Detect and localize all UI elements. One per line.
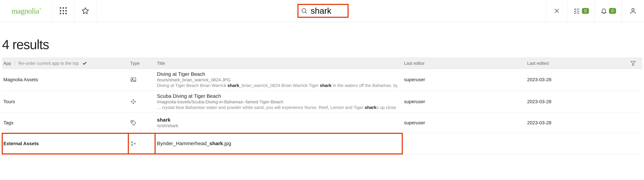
tag-icon	[130, 120, 136, 126]
svg-point-19	[132, 144, 133, 146]
app-cell: Tours	[2, 91, 129, 113]
result-path: /tours/shark_brian_warrick_0824.JPG	[157, 77, 401, 83]
result-row[interactable]: Tours Scuba Diving at Tiger Beach /magno…	[2, 91, 642, 113]
result-desc: Diving at Tiger Beach Brian Warrick shar…	[157, 83, 397, 88]
app-launcher-button[interactable]	[52, 0, 74, 22]
svg-marker-9	[631, 61, 635, 66]
col-header-edited[interactable]: Last edited	[526, 58, 629, 69]
reorder-label: Re-order current app to the top	[14, 61, 79, 66]
type-cell	[129, 91, 156, 113]
logo-cell: magnolia	[0, 0, 52, 22]
edited-cell	[526, 133, 629, 154]
user-icon	[629, 7, 637, 14]
top-bar: magnolia 0 0	[0, 0, 644, 22]
three-dots-icon	[130, 140, 136, 147]
tasks-button[interactable]: 0	[568, 0, 595, 22]
app-cell: Tags	[2, 113, 129, 133]
image-icon	[130, 76, 136, 83]
search-input[interactable]	[311, 6, 343, 16]
title-cell: shark /s/sh/shark	[156, 113, 402, 133]
logo[interactable]: magnolia	[12, 6, 41, 15]
bell-icon	[600, 7, 607, 14]
svg-point-8	[632, 8, 634, 11]
edited-cell: 2023-03-28	[526, 113, 629, 133]
col-header-title[interactable]: Title	[156, 58, 402, 69]
search-highlight-box	[298, 4, 348, 18]
type-cell	[129, 133, 156, 154]
result-title: shark	[157, 117, 401, 123]
tasks-icon	[574, 7, 580, 14]
svg-marker-15	[133, 103, 134, 104]
type-cell	[129, 113, 156, 133]
search-icon	[301, 7, 308, 14]
edited-cell: 2023-03-28	[526, 91, 629, 113]
svg-point-16	[132, 121, 133, 122]
tasks-count: 0	[582, 8, 589, 14]
svg-marker-14	[134, 101, 136, 102]
result-title: Bynder_Hammerhead_shark.jpg	[157, 141, 401, 146]
result-desc: ... crystal blue Bahamian water and powd…	[157, 105, 397, 110]
filter-icon	[630, 60, 636, 66]
four-dots-icon	[130, 98, 136, 105]
editor-cell: superuser	[403, 91, 526, 113]
result-row[interactable]: External Assets Bynder_Hammerhead_shark.…	[2, 133, 642, 154]
title-cell: Scuba Diving at Tiger Beach /magnolia-tr…	[156, 91, 402, 113]
result-row[interactable]: Magnolia Assets Diving at Tiger Beach /t…	[2, 69, 642, 91]
edited-cell: 2023-03-28	[526, 69, 629, 91]
col-header-app-label: App	[4, 61, 11, 66]
notifications-button[interactable]: 0	[595, 0, 622, 22]
svg-marker-12	[133, 99, 134, 101]
svg-point-18	[134, 143, 135, 144]
check-icon[interactable]	[82, 61, 87, 66]
svg-line-2	[306, 12, 307, 13]
results-area: 4 results App Re-order current app to th…	[0, 22, 644, 155]
col-header-filter[interactable]	[629, 58, 642, 69]
results-heading: 4 results	[2, 37, 642, 52]
star-icon	[82, 7, 89, 14]
result-title: Diving at Tiger Beach	[157, 71, 401, 77]
favorites-button[interactable]	[74, 0, 96, 22]
grid-icon	[60, 7, 67, 14]
app-cell: Magnolia Assets	[2, 69, 129, 91]
result-path: /magnolia-travels/Scuba-Diving-in-Bahama…	[157, 99, 401, 105]
app-cell: External Assets	[2, 133, 129, 154]
type-cell	[129, 69, 156, 91]
svg-marker-0	[82, 8, 88, 14]
svg-point-17	[132, 142, 133, 143]
editor-cell: superuser	[403, 113, 526, 133]
col-header-app[interactable]: App Re-order current app to the top	[2, 58, 129, 69]
close-search-button[interactable]	[546, 0, 568, 22]
result-row[interactable]: Tags shark /s/sh/shark superuser 2023-03…	[2, 113, 642, 133]
title-cell: Diving at Tiger Beach /tours/shark_brian…	[156, 69, 402, 91]
result-path: /s/sh/shark	[157, 123, 401, 128]
editor-cell	[403, 133, 526, 154]
col-header-editor[interactable]: Last editor	[403, 58, 526, 69]
col-header-type[interactable]: Type	[129, 58, 156, 69]
results-table: App Re-order current app to the top Type…	[2, 58, 642, 155]
notifications-count: 0	[609, 8, 616, 14]
close-icon	[554, 7, 560, 14]
user-menu-button[interactable]	[622, 0, 644, 22]
search-cell	[96, 0, 546, 22]
table-header-row: App Re-order current app to the top Type…	[2, 58, 642, 69]
title-cell: Bynder_Hammerhead_shark.jpg	[156, 133, 402, 154]
svg-point-1	[302, 9, 306, 12]
editor-cell: superuser	[403, 69, 526, 91]
result-title: Scuba Diving at Tiger Beach	[157, 93, 401, 99]
svg-marker-13	[131, 101, 132, 102]
